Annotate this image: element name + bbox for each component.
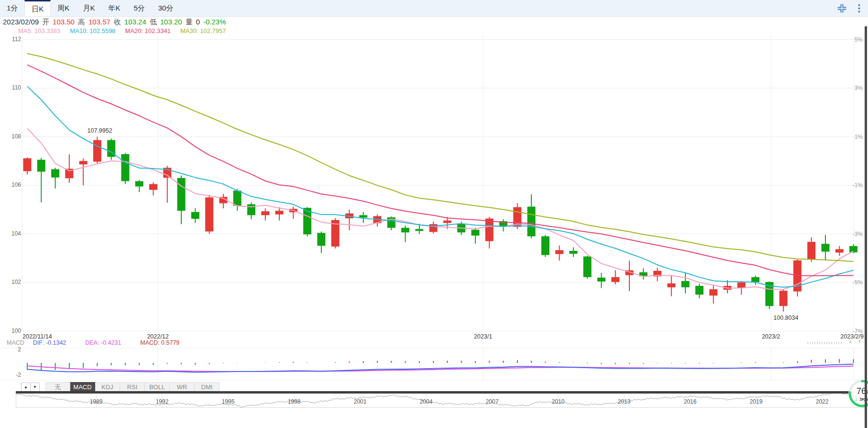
- y-axis-left-label: 108: [3, 133, 21, 140]
- quote-field: 量: [186, 18, 193, 27]
- quote-date: 2023/02/09: [3, 18, 39, 27]
- navigator-strip[interactable]: [16, 394, 864, 408]
- quote-field: 高: [78, 18, 85, 27]
- quote-field: -0.23%: [203, 18, 226, 27]
- y-axis-right-label: -1%: [842, 182, 863, 189]
- tab-日K[interactable]: 日K: [24, 0, 51, 16]
- x-axis-label: 2022/11/14: [22, 333, 52, 340]
- tab-5分[interactable]: 5分: [127, 0, 151, 16]
- ma-legend-item: MA20: 102.3341: [125, 27, 171, 34]
- y-axis-left-label: 110: [3, 84, 21, 91]
- quote-info-bar: 2023/02/09开103.50高103.57收103.24低103.20量0…: [3, 18, 226, 27]
- quote-field: 开: [42, 18, 49, 27]
- navigator-year-label: 1992: [156, 398, 169, 405]
- y-axis-right-label: 1%: [842, 134, 863, 140]
- y-axis-right-label: 5%: [842, 36, 863, 43]
- indicator-tab-RSI[interactable]: RSI: [120, 382, 145, 392]
- tab-1分[interactable]: 1分: [0, 0, 24, 16]
- ma-legend-item: MA5: 103.3383: [18, 27, 60, 34]
- macd-y-label: 2: [7, 346, 21, 353]
- quote-field: 低: [150, 18, 157, 27]
- tab-周K[interactable]: 周K: [51, 0, 76, 16]
- navigator-year-label: 2022: [816, 398, 829, 405]
- y-axis-left-label: 100: [3, 327, 21, 334]
- macd-info-bar: MACD DIF: -0.1342 DEA: -0.4231 MACD: 0.5…: [7, 339, 179, 346]
- x-axis-label: 2023/2: [762, 333, 780, 340]
- indicator-tab-WR[interactable]: WR: [170, 382, 195, 392]
- indicator-tab-DMI[interactable]: DMI: [195, 382, 220, 392]
- quote-field: 0: [196, 18, 200, 27]
- window-right-border: [865, 26, 867, 428]
- indicator-tab-bar: ▲▼无MACDKDJRSIBOLLWRDMI: [0, 382, 868, 392]
- navigator-year-label: 1998: [288, 398, 301, 405]
- macd-panel-name: MACD: [7, 339, 24, 346]
- indicator-down-button[interactable]: ▼: [30, 383, 40, 392]
- kline-chart-canvas[interactable]: [0, 0, 868, 428]
- indicator-up-button[interactable]: ▲: [21, 383, 31, 392]
- tab-年K[interactable]: 年K: [101, 0, 127, 16]
- kline-app: 1分日K周K月K年K5分30分 2023/02/09开103.50高103.57…: [0, 0, 868, 428]
- navigator-year-label: 2004: [420, 398, 433, 405]
- quote-field: 103.24: [124, 18, 146, 27]
- quote-field: 103.20: [160, 18, 182, 27]
- y-axis-right-label: 3%: [842, 85, 863, 91]
- period-tab-bar: 1分日K周K月K年K5分30分: [0, 0, 868, 17]
- y-axis-left-label: 112: [3, 36, 21, 43]
- macd-y-label: -2: [7, 372, 21, 378]
- y-axis-right-label: -3%: [842, 231, 863, 237]
- navigator-year-label: 1995: [222, 398, 235, 405]
- ma-legend-item: MA10: 102.5598: [70, 27, 115, 34]
- quote-field: 103.50: [53, 18, 75, 27]
- tab-30分[interactable]: 30分: [152, 0, 180, 16]
- macd-value: MACD: 0.5779: [140, 339, 179, 346]
- indicator-tab-BOLL[interactable]: BOLL: [145, 382, 170, 392]
- zoom-scrubber-dots[interactable]: [807, 342, 843, 344]
- price-annotation: 100.8034: [773, 315, 798, 321]
- navigator-year-label: 2007: [486, 398, 499, 405]
- scrub-down-icon[interactable]: ▼: [857, 339, 862, 344]
- kebab-menu-icon[interactable]: [858, 4, 860, 13]
- indicator-tab-KDJ[interactable]: KDJ: [95, 382, 120, 392]
- indicator-tab-无[interactable]: 无: [45, 382, 70, 392]
- y-axis-left-label: 102: [3, 279, 21, 285]
- y-axis-right-label: -5%: [842, 279, 863, 286]
- navigator-year-label: 1989: [90, 398, 103, 405]
- scrub-up-icon[interactable]: ▲: [848, 339, 853, 344]
- y-axis-left-label: 104: [3, 230, 21, 237]
- download-arrow-icon: ↓: [855, 396, 857, 402]
- navigator-year-label: 2001: [354, 398, 367, 405]
- quote-field: 收: [114, 18, 121, 27]
- ma-legend-bar: MA5: 103.3383MA10: 102.5598MA20: 102.334…: [18, 27, 226, 34]
- x-axis-label: 2023/1: [474, 333, 492, 340]
- x-axis-label: 2022/12: [147, 333, 168, 340]
- quote-field: 103.57: [88, 18, 110, 27]
- macd-dea-value: DEA: -0.4231: [85, 339, 121, 346]
- macd-dif-value: DIF: -0.1342: [33, 339, 66, 346]
- tab-月K[interactable]: 月K: [76, 0, 101, 16]
- navigator-year-label: 2013: [618, 398, 631, 405]
- y-axis-left-label: 106: [3, 181, 21, 188]
- navigator-year-label: 2010: [552, 398, 565, 405]
- price-annotation: 107.9952: [88, 127, 112, 134]
- navigator-year-label: 2016: [684, 398, 697, 405]
- collapse-icon[interactable]: [837, 4, 846, 13]
- indicator-tab-MACD[interactable]: MACD: [70, 382, 95, 392]
- ma-legend-item: MA30: 102.7957: [180, 27, 226, 34]
- topbar-icons: [837, 0, 860, 16]
- navigator-year-label: 2019: [750, 398, 763, 405]
